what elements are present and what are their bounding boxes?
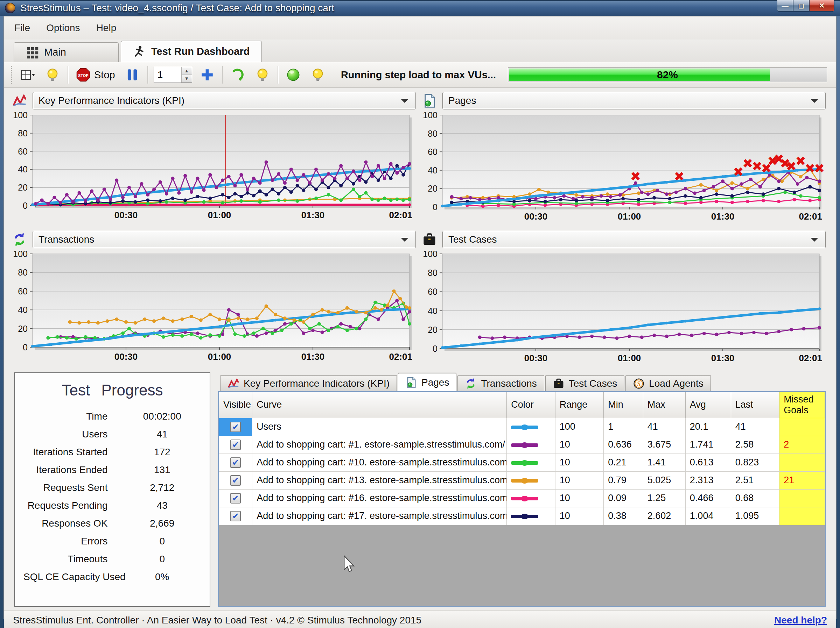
refresh-button[interactable] [229,66,248,83]
chart-selector-kpi[interactable]: Key Performance Indicators (KPI) [33,92,416,109]
minimize-button[interactable]: — [777,0,793,11]
step-spinner[interactable]: 1 ▲ ▼ [154,67,192,83]
curve-cell: Add to shopping cart: #1. estore-sample.… [253,436,507,453]
column-header-max[interactable]: Max [643,392,685,418]
svg-text:02:01: 02:01 [389,210,413,220]
progress-label: SQL CE Capacity Used [24,571,123,582]
kpi-chart[interactable]: 02040608010000:3001:0001:3002:01 [12,112,416,227]
chart-panel-header: Pages [422,91,826,110]
detail-tab-test-cases[interactable]: Test Cases [545,375,625,391]
toolbar-separator [147,66,148,83]
tip-toggle-button[interactable] [43,66,62,83]
svg-text:01:00: 01:00 [208,351,231,362]
chart-selector-testcases[interactable]: Test Cases [442,231,826,248]
close-button[interactable]: ✕ [809,0,834,11]
visible-checkbox[interactable]: ✔ [230,439,241,450]
svg-text:01:30: 01:30 [302,351,325,362]
detail-section: Key Performance Indicators (KPI)PagesTra… [218,372,826,607]
test-progress-title: Test Progress [24,381,201,399]
testcases-icon [553,378,565,390]
menu-item-file[interactable]: File [14,22,30,33]
svg-text:0: 0 [433,202,437,212]
visible-cell[interactable]: ✔ [219,507,253,525]
column-header-curve[interactable]: Curve [253,392,507,418]
chart-selector-transactions[interactable]: Transactions [33,231,416,248]
color-cell [507,418,555,436]
layout-button[interactable] [19,66,38,83]
table-row[interactable]: ✔Add to shopping cart: #1. estore-sample… [219,436,825,453]
tab-main[interactable]: Main [14,42,118,62]
avg-cell: 1.741 [685,436,731,453]
progress-label: Time [24,411,123,422]
transactions-chart[interactable]: 02040608010000:3001:0001:3002:01 [12,250,416,365]
table-row[interactable]: ✔Users10014120.141 [219,418,825,436]
detail-tab-transactions[interactable]: Transactions [458,375,544,391]
visible-cell[interactable]: ✔ [219,489,253,507]
menu-item-help[interactable]: Help [96,22,117,33]
svg-text:0: 0 [23,201,28,211]
table-row[interactable]: ✔Add to shopping cart: #13. estore-sampl… [219,471,825,489]
toolbar: STOP Stop 1 ▲ ▼ Running step load to max… [4,62,836,88]
avg-cell: 0.613 [685,453,731,471]
tip-toggle-button[interactable] [253,66,272,83]
detail-tab-load-agents[interactable]: SLoad Agents [625,375,711,391]
run-status-text: Running step load to max VUs... [341,69,496,81]
menu-bar: FileOptionsHelp [4,16,836,39]
column-header-range[interactable]: Range [555,392,603,418]
need-help-link[interactable]: Need help? [774,615,827,626]
testcases-chart[interactable]: 02040608010000:3001:0001:3002:01 [422,250,826,365]
tab-test-run-dashboard[interactable]: Test Run Dashboard [121,41,262,62]
visible-cell[interactable]: ✔ [219,436,253,453]
visible-checkbox[interactable]: ✔ [230,422,241,432]
load-progress-bar: 82% [508,68,827,82]
missed-goals-cell [780,489,825,507]
table-empty-area [219,525,825,606]
visible-cell[interactable]: ✔ [219,471,253,489]
table-row[interactable]: ✔Add to shopping cart: #10. estore-sampl… [219,453,825,471]
detail-tab-strip: Key Performance Indicators (KPI)PagesTra… [218,372,826,391]
svg-text:✖: ✖ [630,169,641,184]
toolbar-grip[interactable] [11,66,13,84]
column-header-color[interactable]: Color [507,392,555,418]
pages-chart[interactable]: 02040608010000:3001:0001:3002:01✖✖✖✖✖✖✖✖… [422,112,826,227]
column-header-last[interactable]: Last [731,392,779,418]
chart-selector-pages[interactable]: Pages [442,92,826,109]
table-row[interactable]: ✔Add to shopping cart: #16. estore-sampl… [219,489,825,507]
visible-cell[interactable]: ✔ [219,418,253,436]
column-header-visible[interactable]: Visible [219,392,253,418]
health-indicator-button[interactable] [284,66,303,83]
svg-text:60: 60 [18,286,28,296]
testcases-icon [422,232,437,247]
min-cell: 0.09 [604,489,643,507]
pause-button[interactable] [123,66,142,83]
maximize-button[interactable]: ◻ [793,0,809,11]
visible-checkbox[interactable]: ✔ [230,457,241,468]
visible-checkbox[interactable]: ✔ [230,475,241,486]
detail-tab-pages[interactable]: Pages [398,373,456,391]
step-spinner-value[interactable]: 1 [154,67,181,82]
visible-checkbox[interactable]: ✔ [230,511,241,521]
svg-text:00:30: 00:30 [114,351,138,362]
stop-button[interactable]: STOP Stop [74,66,117,83]
detail-tab-key-performance-indicators-kpi-[interactable]: Key Performance Indicators (KPI) [220,375,397,391]
range-cell: 10 [555,471,603,489]
column-header-avg[interactable]: Avg [685,392,731,418]
table-row[interactable]: ✔Add to shopping cart: #17. estore-sampl… [219,507,825,525]
menu-item-options[interactable]: Options [46,22,80,33]
window-controls: — ◻ ✕ [777,0,834,11]
visible-cell[interactable]: ✔ [219,453,253,471]
column-header-missed-goals[interactable]: Missed Goals [780,392,825,418]
load-progress-label: 82% [508,68,827,82]
spinner-up-button[interactable]: ▲ [182,67,192,75]
svg-text:40: 40 [18,164,28,174]
pages-icon [422,93,437,108]
svg-text:40: 40 [18,305,28,315]
detail-tab-label: Key Performance Indicators (KPI) [243,378,390,389]
add-users-button[interactable] [198,66,217,83]
visible-checkbox[interactable]: ✔ [230,493,241,504]
spinner-down-button[interactable]: ▼ [182,75,192,82]
column-header-min[interactable]: Min [604,392,643,418]
svg-text:02:01: 02:01 [799,211,823,222]
tip-toggle-button[interactable] [308,66,327,83]
svg-text:100: 100 [13,112,28,120]
